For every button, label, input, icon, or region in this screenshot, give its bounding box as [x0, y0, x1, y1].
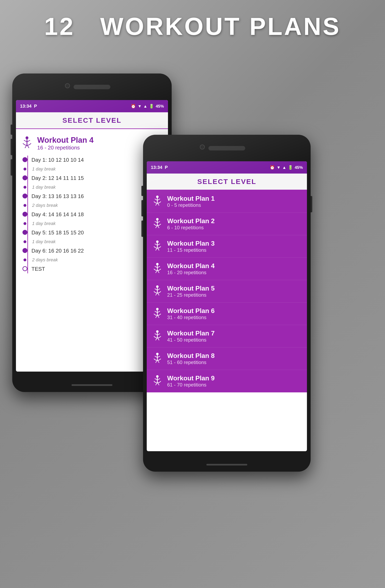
phone-1-time: 13:34 [20, 104, 31, 109]
svg-line-26 [155, 266, 157, 268]
break-text-6: 2 days break [32, 257, 58, 263]
plan-reps-7: 41 - 50 repetitions [167, 337, 215, 343]
phone-2-battery: 45% [295, 165, 303, 170]
break-text-2: 1 day break [32, 185, 56, 190]
plan-item-1[interactable]: Workout Plan 1 0 - 5 repetitions [147, 190, 307, 213]
break-text-5: 1 day break [32, 239, 56, 244]
timeline-dot-3 [23, 193, 27, 198]
plan-reps-3: 11 - 15 repetitions [167, 247, 215, 253]
plan-name-5: Workout Plan 5 [167, 285, 215, 292]
svg-line-8 [155, 199, 157, 200]
svg-line-38 [155, 311, 157, 313]
svg-line-33 [157, 289, 160, 290]
timeline-dot-1 [23, 157, 27, 162]
plan-icon-4 [152, 262, 163, 275]
plan-list: Workout Plan 1 0 - 5 repetitions Workout… [147, 190, 307, 392]
phone-2-camera [200, 145, 205, 149]
plan-icon-6 [152, 307, 163, 320]
plan-item-8[interactable]: Workout Plan 8 51 - 60 repetitions [147, 348, 307, 370]
battery-icon: 🔋 [149, 104, 154, 109]
plan-item-9[interactable]: Workout Plan 9 61 - 70 repetitions [147, 370, 307, 392]
svg-point-12 [156, 218, 159, 220]
break-dot-5 [23, 240, 26, 243]
plan-item-5[interactable]: Workout Plan 5 21 - 25 repetitions [147, 280, 307, 303]
day5-text: Day 5: 15 18 15 15 20 [31, 228, 84, 237]
timeline-break-5: 1 day break [21, 239, 163, 244]
day6-text: Day 6: 16 20 16 16 22 [31, 246, 84, 255]
signal-icon: ▲ [143, 104, 147, 109]
phone-1-status-right: ⏰ ▼ ▲ 🔋 45% [131, 104, 164, 109]
svg-line-51 [157, 356, 160, 357]
plan-item-7[interactable]: Workout Plan 7 41 - 50 repetitions [147, 325, 307, 348]
timeline-item-day6: Day 6: 16 20 16 16 22 [21, 246, 163, 255]
plan-text-1: Workout Plan 1 0 - 5 repetitions [167, 195, 215, 208]
timeline-item-test: TEST [21, 265, 163, 273]
phone-2-screen: 13:34 P ⏰ ▼ ▲ 🔋 45% SELECT LEVEL [147, 161, 307, 451]
plan-name-9: Workout Plan 9 [167, 375, 215, 382]
plan-name-7: Workout Plan 7 [167, 330, 215, 337]
break-text-3: 2 days break [32, 203, 58, 208]
workout-plan-icon [21, 135, 33, 151]
plan-icon-8 [152, 352, 163, 365]
plan-item-4[interactable]: Workout Plan 4 16 - 20 repetitions [147, 258, 307, 280]
svg-line-15 [157, 221, 160, 223]
plan-item-3[interactable]: Workout Plan 3 11 - 15 repetitions [147, 235, 307, 258]
workout-name: Workout Plan 4 [37, 136, 94, 145]
phone-2-status-bar: 13:34 P ⏰ ▼ ▲ 🔋 45% [147, 161, 307, 173]
plan-text-8: Workout Plan 8 51 - 60 repetitions [167, 352, 215, 365]
plan-reps-6: 31 - 40 repetitions [167, 315, 215, 320]
phone-2-home-bar [206, 464, 247, 465]
timeline-item-day1: Day 1: 10 12 10 10 14 [21, 156, 163, 164]
plan-icon-9 [152, 375, 163, 388]
day4-text: Day 4: 14 16 14 14 18 [31, 210, 84, 219]
phone-1-vol-down [11, 159, 12, 176]
plan-item-6[interactable]: Workout Plan 6 31 - 40 repetitions [147, 303, 307, 325]
plan-text-7: Workout Plan 7 41 - 50 repetitions [167, 330, 215, 343]
test-text: TEST [31, 265, 45, 273]
svg-line-50 [155, 356, 157, 357]
plan-item-2[interactable]: Workout Plan 2 6 - 10 repetitions [147, 213, 307, 235]
svg-point-0 [25, 136, 28, 139]
phone-2-vol-down [141, 220, 143, 237]
plan-reps-8: 51 - 60 repetitions [167, 359, 215, 365]
alarm-icon: ⏰ [131, 104, 136, 109]
plan-reps-2: 6 - 10 repetitions [167, 225, 215, 231]
day1-text: Day 1: 10 12 10 10 14 [31, 156, 84, 164]
plan-reps-1: 0 - 5 repetitions [167, 202, 215, 208]
day2-text: Day 2: 12 14 11 11 15 [31, 174, 84, 183]
break-dot-6 [23, 258, 26, 261]
phones-container: 13:34 P ⏰ ▼ ▲ 🔋 45% SELECT LEVEL [0, 57, 385, 588]
plan-name-6: Workout Plan 6 [167, 307, 215, 315]
svg-line-20 [155, 244, 157, 245]
svg-line-44 [155, 334, 157, 335]
phone-2-vol-up [141, 200, 143, 216]
day3-text: Day 3: 13 16 13 13 16 [31, 192, 84, 201]
plan-text-9: Workout Plan 9 61 - 70 repetitions [167, 375, 215, 388]
svg-point-24 [156, 263, 159, 265]
plan-icon-7 [152, 330, 163, 343]
phone-1-battery: 45% [156, 104, 164, 109]
plan-text-6: Workout Plan 6 31 - 40 repetitions [167, 307, 215, 320]
page-title: 12 WORKOUT PLANS [0, 0, 385, 41]
timeline-dot-4 [23, 212, 27, 217]
phone-1-vol-silent [11, 125, 12, 135]
svg-line-45 [157, 334, 160, 335]
svg-point-42 [156, 330, 159, 333]
phone-1-status-bar: 13:34 P ⏰ ▼ ▲ 🔋 45% [16, 100, 168, 112]
plan-name-1: Workout Plan 1 [167, 195, 215, 202]
phone-2-status-right: ⏰ ▼ ▲ 🔋 45% [270, 165, 303, 170]
plan-text-2: Workout Plan 2 6 - 10 repetitions [167, 217, 215, 231]
phone-2-alarm-icon: ⏰ [270, 165, 275, 170]
svg-line-3 [27, 140, 30, 142]
phone-1-notification: P [34, 104, 37, 109]
svg-line-27 [157, 266, 160, 268]
svg-line-39 [157, 311, 160, 313]
wifi-icon: ▼ [137, 104, 142, 109]
phone-1-home-bar [71, 384, 113, 386]
svg-point-48 [156, 353, 159, 355]
timeline-dot-2 [23, 175, 27, 180]
break-dot-1 [23, 168, 26, 170]
plan-reps-5: 21 - 25 repetitions [167, 292, 215, 298]
svg-line-9 [157, 199, 160, 200]
title-number: 12 [44, 13, 75, 40]
